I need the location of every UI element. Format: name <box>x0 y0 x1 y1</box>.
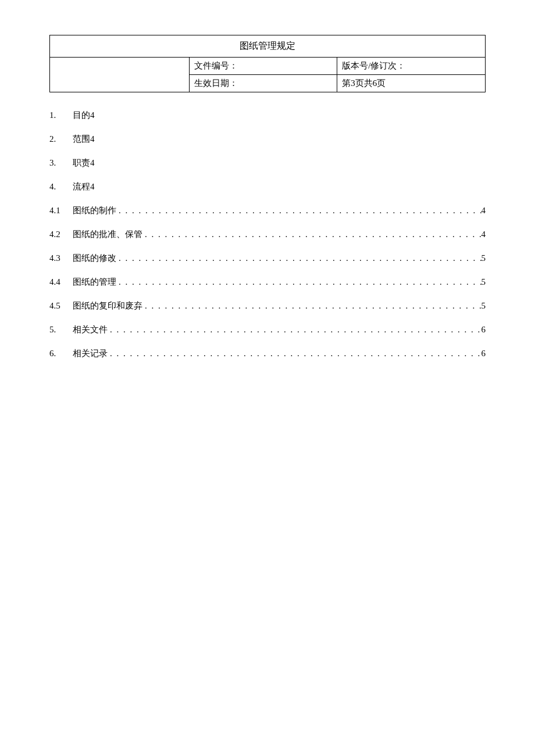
toc-number: 2. <box>49 134 73 144</box>
toc-leader: . . . . . . . . . . . . . . . . . . . . … <box>116 277 482 287</box>
toc-entry: 4.4 图纸的管理 . . . . . . . . . . . . . . . … <box>49 277 486 288</box>
toc-entry: 5. 相关文件 . . . . . . . . . . . . . . . . … <box>49 324 486 335</box>
toc-page: 6 <box>482 349 486 359</box>
toc-text: 职责4 <box>73 157 95 169</box>
toc-entry: 4.3 图纸的修改 . . . . . . . . . . . . . . . … <box>49 253 486 264</box>
toc-leader: . . . . . . . . . . . . . . . . . . . . … <box>116 206 482 216</box>
toc-text: 图纸的制作 <box>73 205 116 216</box>
toc-entry: 2. 范围4 <box>49 134 486 145</box>
toc-entry: 1. 目的4 <box>49 110 486 121</box>
toc-text: 相关文件 <box>73 324 108 335</box>
page-info: 第3页共6页 <box>337 75 486 92</box>
table-of-contents: 1. 目的4 2. 范围4 3. 职责4 4. 流程4 4.1 图纸的制作 . … <box>49 110 486 359</box>
toc-text: 流程4 <box>73 181 95 192</box>
toc-page: 4 <box>482 206 486 216</box>
document-title: 图纸管理规定 <box>50 35 486 58</box>
toc-text: 相关记录 <box>73 348 108 359</box>
toc-entry: 6. 相关记录 . . . . . . . . . . . . . . . . … <box>49 348 486 359</box>
toc-page: 6 <box>482 325 486 335</box>
toc-entry: 3. 职责4 <box>49 157 486 169</box>
toc-entry: 4.2 图纸的批准、保管 . . . . . . . . . . . . . .… <box>49 229 486 240</box>
toc-number: 1. <box>49 110 73 120</box>
toc-text: 图纸的修改 <box>73 253 116 264</box>
toc-page: 5 <box>482 253 486 263</box>
toc-entry: 4. 流程4 <box>49 181 486 192</box>
toc-text: 范围4 <box>73 134 95 145</box>
toc-page: 4 <box>482 230 486 239</box>
toc-entry: 4.5 图纸的复印和废弃 . . . . . . . . . . . . . .… <box>49 300 486 311</box>
toc-leader: . . . . . . . . . . . . . . . . . . . . … <box>108 349 482 359</box>
toc-page: 5 <box>482 301 486 311</box>
toc-leader: . . . . . . . . . . . . . . . . . . . . … <box>142 301 482 311</box>
toc-leader: . . . . . . . . . . . . . . . . . . . . … <box>108 325 482 335</box>
toc-text: 图纸的管理 <box>73 277 116 288</box>
toc-text: 图纸的批准、保管 <box>73 229 142 240</box>
toc-number: 4.3 <box>49 253 73 263</box>
version-label: 版本号/修订次： <box>337 58 486 75</box>
effective-date-label: 生效日期： <box>189 75 337 92</box>
toc-number: 4. <box>49 182 73 192</box>
toc-number: 4.2 <box>49 230 73 239</box>
toc-leader: . . . . . . . . . . . . . . . . . . . . … <box>142 230 482 239</box>
document-header-table: 图纸管理规定 文件编号： 版本号/修订次： 生效日期： 第3页共6页 <box>49 35 486 92</box>
doc-number-label: 文件编号： <box>189 58 337 75</box>
toc-page: 5 <box>482 277 486 287</box>
toc-leader: . . . . . . . . . . . . . . . . . . . . … <box>116 253 482 263</box>
toc-number: 4.1 <box>49 206 73 216</box>
toc-number: 3. <box>49 158 73 168</box>
toc-entry: 4.1 图纸的制作 . . . . . . . . . . . . . . . … <box>49 205 486 216</box>
toc-text: 图纸的复印和废弃 <box>73 300 142 311</box>
toc-number: 5. <box>49 325 73 335</box>
header-blank-cell <box>50 58 190 92</box>
toc-number: 4.5 <box>49 301 73 311</box>
toc-text: 目的4 <box>73 110 95 121</box>
toc-number: 6. <box>49 349 73 359</box>
toc-number: 4.4 <box>49 277 73 287</box>
